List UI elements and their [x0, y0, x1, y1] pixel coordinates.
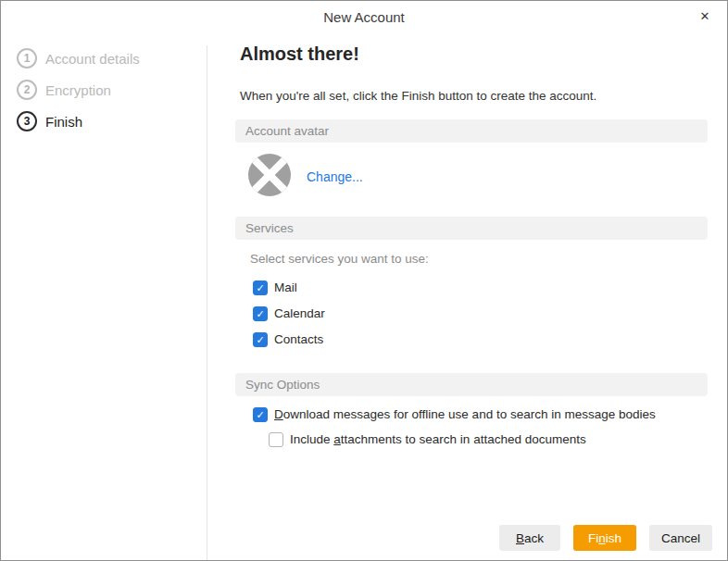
- checkbox-row-mail[interactable]: ✓ Mail: [253, 280, 297, 295]
- checkbox-label: Contacts: [274, 332, 323, 346]
- cancel-button[interactable]: Cancel: [649, 525, 712, 551]
- step-account-details[interactable]: 1 Account details: [17, 48, 207, 69]
- calendar-checkbox[interactable]: ✓: [253, 306, 268, 321]
- checkbox-label: Mail: [274, 280, 297, 294]
- step-encryption[interactable]: 2 Encryption: [17, 80, 207, 100]
- step-label: Finish: [45, 114, 82, 130]
- checkbox-row-include-attachments[interactable]: Include attachments to search in attache…: [269, 431, 586, 447]
- step-number-badge: 2: [17, 80, 37, 100]
- step-finish[interactable]: 3 Finish: [17, 111, 207, 131]
- step-number-badge: 1: [17, 48, 37, 69]
- step-label: Encryption: [45, 82, 111, 98]
- change-avatar-link[interactable]: Change...: [307, 169, 363, 184]
- avatar: [248, 154, 291, 196]
- mail-checkbox[interactable]: ✓: [253, 280, 268, 295]
- back-button[interactable]: Back: [499, 525, 560, 551]
- finish-button[interactable]: Finish: [573, 525, 636, 551]
- sidebar-divider: [207, 45, 207, 560]
- contacts-checkbox[interactable]: ✓: [253, 332, 268, 347]
- new-account-dialog: New Account ✕ 1 Account details 2 Encryp…: [0, 0, 728, 561]
- page-subtitle: When you're all set, click the Finish bu…: [240, 89, 596, 103]
- checkbox-row-download-messages[interactable]: ✓ Download messages for offline use and …: [253, 406, 656, 422]
- section-header-sync-options: Sync Options: [235, 373, 708, 396]
- wizard-steps: 1 Account details 2 Encryption 3 Finish: [1, 48, 207, 143]
- page-title: Almost there!: [240, 44, 359, 65]
- step-number-badge: 3: [17, 111, 37, 131]
- step-label: Account details: [45, 51, 140, 67]
- download-messages-checkbox[interactable]: ✓: [253, 407, 268, 422]
- section-header-services: Services: [235, 217, 708, 240]
- section-header-account-avatar: Account avatar: [235, 119, 708, 143]
- checkbox-row-contacts[interactable]: ✓ Contacts: [253, 331, 323, 347]
- checkbox-label: Download messages for offline use and to…: [274, 407, 656, 421]
- include-attachments-checkbox[interactable]: [269, 432, 283, 447]
- services-hint: Select services you want to use:: [250, 252, 429, 266]
- checkbox-label: Calendar: [274, 306, 325, 320]
- checkbox-row-calendar[interactable]: ✓ Calendar: [253, 305, 325, 321]
- main-content: Almost there! When you're all set, click…: [235, 1, 708, 561]
- checkbox-label: Include attachments to search in attache…: [290, 432, 586, 446]
